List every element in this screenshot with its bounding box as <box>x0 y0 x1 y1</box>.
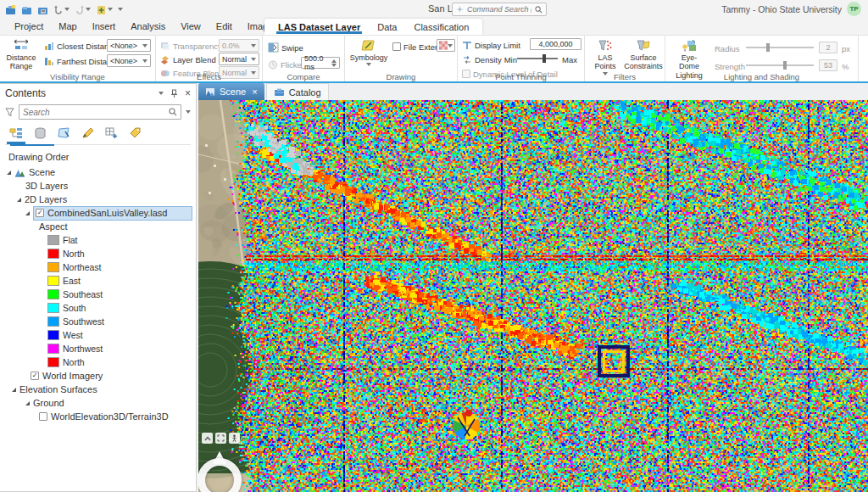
tree-item-elevation-surfaces[interactable]: Elevation Surfaces <box>0 383 196 396</box>
contextual-tab-data[interactable]: Data <box>369 19 405 35</box>
closest-distance-dropdown[interactable]: <None> <box>107 39 151 52</box>
ribbon-tab-insert[interactable]: Insert <box>85 20 124 35</box>
las-dataset-selected-row[interactable]: ✓ CombinedSanLuisValley.lasd <box>33 206 192 221</box>
legend-swatch[interactable] <box>47 262 59 272</box>
undo-button[interactable] <box>53 4 70 14</box>
tree-item-3d-layers[interactable]: 3D Layers <box>0 179 196 193</box>
flicker-spinner[interactable] <box>331 59 337 67</box>
legend-item: East <box>0 274 196 288</box>
density-slider[interactable] <box>517 54 558 63</box>
file-extent-checkbox[interactable] <box>392 42 401 51</box>
ribbon-tab-view[interactable]: View <box>173 20 209 35</box>
open-project-button[interactable] <box>21 4 32 15</box>
tab-scene-view[interactable]: Scene × <box>198 83 264 100</box>
tree-item-terrain[interactable]: WorldElevation3D/Terrain3D <box>0 410 196 423</box>
ribbon-tab-edit[interactable]: Edit <box>209 20 240 35</box>
contents-search-input[interactable] <box>23 108 165 117</box>
tree-item-2d-layers[interactable]: 2D Layers <box>0 193 196 206</box>
pane-pin-button[interactable] <box>170 89 178 98</box>
closest-distance-icon <box>44 42 54 51</box>
contents-search-box[interactable] <box>19 104 181 120</box>
legend-label: Northeast <box>63 262 102 272</box>
map-canvas[interactable] <box>198 100 868 492</box>
full-extent-button[interactable] <box>215 433 226 444</box>
surface-constraints-button[interactable]: Surface Constraints <box>624 37 663 73</box>
ribbon-tab-map[interactable]: Map <box>51 20 84 35</box>
customize-qat-button[interactable] <box>118 8 123 11</box>
save-project-button[interactable] <box>37 4 48 15</box>
pane-menu-button[interactable] <box>159 92 164 95</box>
las-points-button[interactable]: LAS Points <box>588 37 622 77</box>
tab-list-by-selection[interactable] <box>53 125 75 142</box>
farthest-distance-value: <None> <box>110 57 137 65</box>
pane-menu-chevron-icon <box>159 92 164 95</box>
distance-range-icon <box>14 39 29 53</box>
legend-label: Southwest <box>63 316 104 327</box>
terrain-checkbox[interactable] <box>39 412 47 421</box>
tab-list-by-editing[interactable] <box>76 125 98 142</box>
navigator-compass[interactable] <box>198 451 244 492</box>
scene-expander-icon[interactable] <box>7 171 11 175</box>
las-dataset-checkbox[interactable]: ✓ <box>36 209 44 217</box>
navigator-mode-button[interactable] <box>229 433 240 444</box>
2d-layers-expander-icon[interactable] <box>17 198 21 202</box>
legend-swatch[interactable] <box>47 316 59 327</box>
filter-icon[interactable] <box>5 108 14 117</box>
heading-reset-button[interactable] <box>202 433 213 444</box>
tab-list-by-snapping[interactable] <box>100 125 122 142</box>
add-data-button[interactable] <box>96 4 113 15</box>
ground-expander-icon[interactable] <box>25 401 30 405</box>
scene-icon <box>14 167 25 177</box>
elevation-expander-icon[interactable] <box>12 388 16 392</box>
las-dataset-expander-icon[interactable] <box>25 211 30 215</box>
legend-swatch[interactable] <box>47 249 59 259</box>
legend-swatch[interactable] <box>47 235 59 245</box>
contextual-tab-las-dataset-layer[interactable]: LAS Dataset Layer <box>270 19 369 35</box>
ribbon-tab-project[interactable]: Project <box>7 20 51 35</box>
command-search-input[interactable] <box>467 5 531 14</box>
scene-view[interactable] <box>198 100 868 492</box>
scene-tab-close-icon[interactable]: × <box>252 87 257 97</box>
farthest-distance-icon <box>44 57 54 66</box>
tree-item-ground[interactable]: Ground <box>0 396 196 410</box>
tab-catalog-view[interactable]: Catalog <box>266 83 329 100</box>
layer-blend-row: Layer Blend <box>160 53 216 65</box>
elevation-surfaces-label: Elevation Surfaces <box>19 384 97 394</box>
farthest-distance-dropdown[interactable]: <None> <box>107 54 151 67</box>
legend-swatch[interactable] <box>47 330 59 340</box>
flicker-interval-input[interactable]: 500.0 ms <box>301 57 340 69</box>
tree-item-las-dataset[interactable]: ✓ CombinedSanLuisValley.lasd <box>0 206 196 220</box>
tab-list-by-data-source[interactable] <box>29 125 51 142</box>
search-options-chevron-icon[interactable] <box>186 110 191 114</box>
point-thinning-group-label: Point Thinning <box>458 72 584 81</box>
legend-swatch[interactable] <box>47 276 59 286</box>
legend-swatch[interactable] <box>47 357 59 367</box>
layer-blend-label: Layer Blend <box>173 55 216 64</box>
account-menu[interactable]: Tammy - Ohio State University TP <box>721 2 861 16</box>
distance-range-button[interactable]: Distance Range <box>4 37 38 73</box>
swipe-button[interactable]: Swipe <box>268 42 303 53</box>
contextual-tab-classification[interactable]: Classification <box>405 19 477 35</box>
compass-ring[interactable] <box>198 458 242 492</box>
file-extent-color-dropdown[interactable] <box>437 39 455 52</box>
display-limit-input[interactable]: 4,000,000 <box>530 38 581 50</box>
new-project-button[interactable] <box>5 4 16 15</box>
layer-blend-dropdown[interactable]: Normal <box>219 53 259 65</box>
command-search[interactable] <box>452 3 547 16</box>
legend-swatch[interactable] <box>47 289 59 299</box>
redo-button[interactable] <box>75 4 91 14</box>
radius-slider-thumb <box>766 43 770 52</box>
world-imagery-checkbox[interactable]: ✓ <box>31 372 39 380</box>
tree-item-world-imagery[interactable]: ✓ World Imagery <box>0 369 196 383</box>
legend-swatch[interactable] <box>47 344 59 354</box>
tree-item-scene[interactable]: Scene <box>0 165 196 179</box>
ribbon-tab-analysis[interactable]: Analysis <box>123 20 173 35</box>
avatar[interactable]: TP <box>847 2 861 16</box>
symbology-button[interactable]: Symbology <box>350 37 387 68</box>
legend-swatch[interactable] <box>47 303 59 313</box>
tab-list-by-drawing-order[interactable] <box>5 125 27 142</box>
density-slider-thumb[interactable] <box>542 54 546 63</box>
pane-close-button[interactable]: × <box>185 87 191 99</box>
las-points-filter-icon <box>598 39 613 53</box>
tab-list-by-labeling[interactable] <box>124 125 146 142</box>
